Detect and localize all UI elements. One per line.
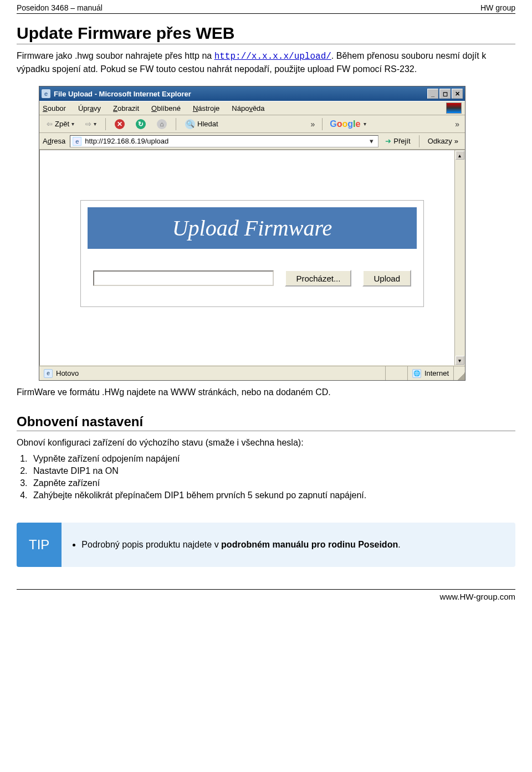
browse-button[interactable]: Procházet...: [285, 270, 351, 287]
resize-grip-icon[interactable]: [454, 366, 465, 380]
toolbar-chevron-icon[interactable]: »: [308, 120, 317, 129]
ie-window: e File Upload - Microsoft Internet Explo…: [39, 86, 466, 381]
status-done-text: Hotovo: [56, 369, 79, 377]
ie-content-area: ▴ ▾ Upload Firmware Procházet... Upload: [39, 150, 465, 366]
address-url: http://192.168.6.19/upload: [85, 137, 364, 145]
ie-throbber-icon: [446, 103, 462, 114]
tip-post: .: [398, 540, 400, 549]
heading-obnoveni: Obnovení nastavení: [17, 414, 515, 431]
stop-button[interactable]: ✕: [111, 117, 129, 131]
tip-pre: Podrobný popis produktu najdete v: [81, 540, 221, 549]
upload-url-link[interactable]: http://x.x.x.x/upload/: [214, 52, 331, 62]
go-button[interactable]: ➜ Přejít: [382, 137, 413, 145]
forward-dropdown-icon: ▾: [94, 121, 96, 127]
paragraph-intro: Firmware jako .hwg soubor nahrajete přes…: [17, 50, 515, 75]
back-button[interactable]: ⇦ Zpět ▾: [43, 117, 78, 131]
scrollbar[interactable]: ▴ ▾: [454, 150, 464, 365]
links-label: Odkazy: [428, 137, 452, 145]
ie-address-bar: Adresa e http://192.168.6.19/upload ▾ ➜ …: [39, 133, 465, 150]
links-button[interactable]: Odkazy »: [424, 137, 462, 145]
refresh-icon: ↻: [136, 119, 146, 129]
doc-footer: www.HW-group.com: [17, 589, 515, 601]
toolbar-chevron2-icon[interactable]: »: [453, 120, 462, 129]
menu-upravy[interactable]: Úpravy: [78, 104, 101, 113]
tip-strong: podrobném manuálu pro rodinu Poseidon: [221, 540, 398, 549]
paragraph-restore-intro: Obnoví konfiguraci zařízení do výchozího…: [17, 437, 515, 449]
go-arrow-icon: ➜: [385, 137, 391, 145]
home-icon: ⌂: [157, 119, 167, 129]
address-label: Adresa: [43, 137, 65, 145]
back-arrow-icon: ⇦: [47, 120, 53, 128]
forward-arrow-icon: ⇨: [85, 120, 91, 128]
upload-row: Procházet... Upload: [88, 265, 417, 300]
heading-update-firmware: Update Firmware přes WEB: [17, 24, 515, 44]
menu-soubor[interactable]: Soubor: [43, 104, 66, 113]
tip-label: TIP: [17, 523, 62, 567]
menu-nastroje[interactable]: Nástroje: [193, 104, 219, 113]
done-icon: e: [44, 369, 53, 378]
status-panel-2: [386, 366, 408, 380]
p1-pre: Firmware jako .hwg soubor nahrajete přes…: [17, 51, 214, 60]
ie-status-bar: e Hotovo 🌐 Internet: [39, 366, 465, 380]
back-label: Zpět: [55, 120, 69, 128]
search-label: Hledat: [197, 120, 218, 128]
scroll-up-icon[interactable]: ▴: [456, 151, 464, 160]
step-4: Zahýbejte několikrát přepínačem DIP1 běh…: [30, 490, 515, 500]
internet-zone-icon: 🌐: [412, 369, 421, 378]
restore-steps-list: Vypněte zařízení odpojením napájení Nast…: [30, 454, 515, 500]
tip-body: Podrobný popis produktu najdete v podrob…: [62, 533, 410, 556]
step-3: Zapněte zařízení: [30, 478, 515, 488]
scroll-down-icon[interactable]: ▾: [456, 356, 464, 365]
paragraph-firmware-location: FirmWare ve formátu .HWg najdete na WWW …: [17, 386, 515, 398]
close-button[interactable]: ✕: [452, 89, 463, 99]
refresh-button[interactable]: ↻: [132, 117, 150, 131]
upload-form-card: Upload Firmware Procházet... Upload: [80, 200, 424, 307]
google-toolbar-logo[interactable]: Google: [330, 119, 360, 129]
ie-menubar: Soubor Úpravy Zobrazit Oblíbené Nástroje…: [39, 101, 465, 115]
doc-header: Poseidon 3468 – manuál HW group: [17, 0, 515, 14]
toolbar-separator-2: [176, 118, 176, 130]
step-1: Vypněte zařízení odpojením napájení: [30, 454, 515, 464]
step-2: Nastavte DIP1 na ON: [30, 466, 515, 476]
back-dropdown-icon: ▾: [71, 121, 74, 127]
status-zone-panel: 🌐 Internet: [408, 366, 454, 380]
menu-zobrazit[interactable]: Zobrazit: [113, 104, 139, 113]
address-field[interactable]: e http://192.168.6.19/upload ▾: [70, 135, 378, 147]
doc-header-left: Poseidon 3468 – manuál: [17, 3, 103, 12]
upload-title: Upload Firmware: [88, 207, 417, 249]
status-left-panel: e Hotovo: [39, 366, 386, 380]
file-path-input[interactable]: [93, 270, 274, 286]
upload-button[interactable]: Upload: [362, 270, 411, 287]
tip-box: TIP Podrobný popis produktu najdete v po…: [17, 523, 515, 567]
search-icon: 🔍: [185, 119, 195, 129]
toolbar-separator-3: [322, 118, 323, 130]
home-button[interactable]: ⌂: [153, 117, 171, 131]
status-zone-text: Internet: [424, 369, 449, 377]
address-separator: [419, 135, 420, 147]
address-dropdown-icon[interactable]: ▾: [367, 137, 376, 145]
google-dropdown-icon[interactable]: ▾: [364, 121, 366, 127]
address-page-icon: e: [73, 137, 81, 146]
ie-page-icon: e: [42, 89, 50, 98]
maximize-button[interactable]: ◻: [439, 89, 451, 99]
toolbar-separator: [105, 118, 106, 130]
stop-icon: ✕: [115, 119, 125, 129]
forward-button[interactable]: ⇨ ▾: [81, 117, 100, 131]
menu-napoveda[interactable]: Nápověda: [232, 104, 264, 113]
tip-item: Podrobný popis produktu najdete v podrob…: [81, 540, 400, 550]
search-button[interactable]: 🔍 Hledat: [181, 117, 222, 131]
ie-title-text: File Upload - Microsoft Internet Explore…: [54, 90, 426, 98]
minimize-button[interactable]: _: [427, 89, 438, 99]
links-chevron-icon: »: [454, 137, 458, 145]
go-label: Přejít: [393, 137, 410, 145]
ie-toolbar: ⇦ Zpět ▾ ⇨ ▾ ✕ ↻ ⌂ 🔍 Hledat » Google ▾ »: [39, 115, 465, 133]
doc-header-right: HW group: [480, 3, 515, 12]
ie-titlebar: e File Upload - Microsoft Internet Explo…: [39, 86, 465, 101]
menu-oblibene[interactable]: Oblíbené: [151, 104, 181, 113]
